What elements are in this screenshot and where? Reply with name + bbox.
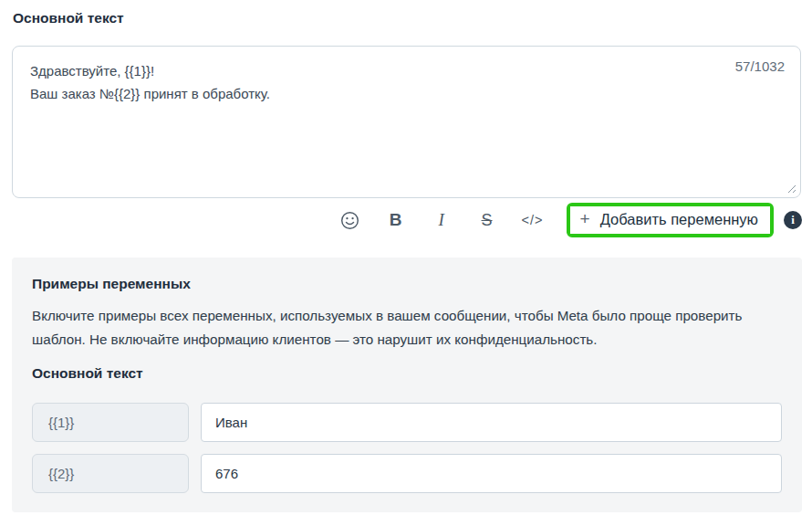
- plus-icon: +: [580, 209, 590, 229]
- variable-1-chip: {{1}}: [32, 403, 189, 442]
- body-text-textarea[interactable]: Здравствуйте, {{1}}! Ваш заказ №{{2}} пр…: [12, 46, 801, 198]
- variable-2-input[interactable]: [201, 454, 782, 493]
- code-icon[interactable]: </>: [510, 204, 556, 237]
- body-text-value: Здравствуйте, {{1}}! Ваш заказ №{{2}} пр…: [30, 59, 691, 105]
- examples-section-label: Основной текст: [32, 365, 782, 382]
- bold-icon[interactable]: B: [373, 204, 419, 237]
- variable-2-chip: {{2}}: [32, 454, 189, 493]
- strikethrough-icon[interactable]: S: [464, 204, 510, 237]
- italic-icon[interactable]: I: [419, 204, 464, 237]
- body-text-label: Основной текст: [13, 10, 124, 26]
- formatting-toolbar: B I S </> + Добавить переменную i: [0, 201, 812, 239]
- emoji-icon[interactable]: [328, 204, 373, 237]
- character-counter: 57/1032: [735, 58, 785, 74]
- variable-row-2: {{2}}: [32, 454, 782, 493]
- resize-handle-icon[interactable]: [786, 184, 796, 194]
- variable-examples-panel: Примеры переменных Включите примеры всех…: [12, 258, 802, 512]
- examples-description: Включите примеры всех переменных, исполь…: [32, 304, 782, 352]
- highlight-overlay: + Добавить переменную: [567, 203, 774, 237]
- add-variable-label: Добавить переменную: [600, 211, 758, 228]
- info-icon[interactable]: i: [784, 211, 802, 229]
- add-variable-button[interactable]: + Добавить переменную: [570, 206, 770, 234]
- examples-title: Примеры переменных: [32, 276, 782, 292]
- variable-1-input[interactable]: [201, 403, 782, 442]
- variable-row-1: {{1}}: [32, 403, 782, 442]
